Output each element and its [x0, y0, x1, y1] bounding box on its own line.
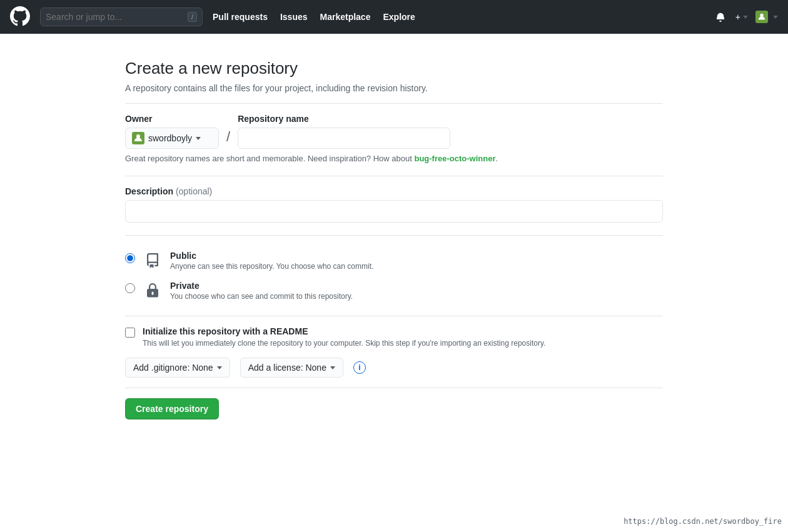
- optional-label: (optional): [176, 186, 212, 196]
- public-label: Public: [170, 251, 373, 261]
- license-chevron: [330, 366, 335, 369]
- public-content: Public Anyone can see this repository. Y…: [170, 251, 373, 271]
- description-group: Description (optional): [125, 186, 663, 223]
- private-desc: You choose who can see and commit to thi…: [170, 292, 353, 301]
- page-subtitle: A repository contains all the files for …: [125, 83, 663, 93]
- gitignore-label: Add .gitignore: None: [133, 363, 213, 373]
- search-input[interactable]: [46, 12, 183, 22]
- private-label: Private: [170, 281, 353, 291]
- navbar-actions: +: [713, 9, 778, 24]
- owner-repo-row: Owner swordboyly / Repository name: [125, 114, 663, 149]
- readme-checkbox[interactable]: [125, 328, 135, 338]
- description-divider: [125, 176, 663, 176]
- visibility-section: Public Anyone can see this repository. Y…: [125, 251, 663, 301]
- bottom-divider: [125, 388, 663, 388]
- repo-name-group: Repository name: [238, 114, 450, 149]
- inspiration-link[interactable]: bug-free-octo-winner: [414, 154, 495, 163]
- visibility-divider: [125, 235, 663, 236]
- avatar[interactable]: [755, 11, 768, 23]
- inspiration-text: Great repository names are short and mem…: [125, 154, 663, 163]
- license-label: Add a license: None: [248, 363, 326, 373]
- nav-marketplace[interactable]: Marketplace: [320, 12, 371, 22]
- repo-name-input[interactable]: [238, 128, 450, 149]
- plus-chevron: [743, 16, 748, 19]
- owner-label: Owner: [125, 114, 219, 124]
- dropdown-row: Add .gitignore: None Add a license: None…: [125, 358, 663, 378]
- readme-label: Initialize this repository with a README: [143, 326, 545, 336]
- slash-divider: /: [224, 129, 233, 149]
- page-title: Create a new repository: [125, 59, 663, 78]
- create-repository-button[interactable]: Create repository: [125, 398, 219, 419]
- private-content: Private You choose who can see and commi…: [170, 281, 353, 301]
- private-icon: [143, 281, 163, 301]
- owner-select[interactable]: swordboyly: [125, 128, 219, 149]
- main-content: Create a new repository A repository con…: [113, 59, 675, 419]
- gitignore-dropdown[interactable]: Add .gitignore: None: [125, 358, 230, 378]
- description-label: Description (optional): [125, 186, 663, 196]
- top-divider: [125, 103, 663, 104]
- github-logo[interactable]: [10, 6, 30, 28]
- owner-avatar-icon: [132, 132, 144, 144]
- public-radio[interactable]: [125, 253, 135, 263]
- private-option: Private You choose who can see and commi…: [125, 281, 663, 301]
- search-kbd: /: [188, 12, 197, 22]
- info-icon[interactable]: i: [353, 361, 366, 374]
- nav-pull-requests[interactable]: Pull requests: [213, 12, 268, 22]
- public-option: Public Anyone can see this repository. Y…: [125, 251, 663, 271]
- owner-name: swordboyly: [148, 133, 192, 143]
- repo-name-label: Repository name: [238, 114, 450, 124]
- nav-links: Pull requests Issues Marketplace Explore: [213, 12, 703, 22]
- gitignore-chevron: [217, 366, 222, 369]
- readme-section: Initialize this repository with a README…: [125, 326, 663, 348]
- private-radio[interactable]: [125, 283, 135, 293]
- avatar-chevron: [773, 16, 778, 19]
- owner-group: Owner swordboyly: [125, 114, 219, 149]
- description-input[interactable]: [125, 200, 663, 223]
- notifications-button[interactable]: [713, 9, 728, 24]
- navbar: / Pull requests Issues Marketplace Explo…: [0, 0, 788, 34]
- public-desc: Anyone can see this repository. You choo…: [170, 262, 373, 271]
- readme-divider: [125, 316, 663, 316]
- search-box[interactable]: /: [40, 8, 203, 26]
- readme-option: Initialize this repository with a README…: [125, 326, 663, 348]
- nav-explore[interactable]: Explore: [383, 12, 415, 22]
- license-dropdown[interactable]: Add a license: None: [240, 358, 343, 378]
- plus-button[interactable]: +: [733, 9, 750, 24]
- nav-issues[interactable]: Issues: [280, 12, 308, 22]
- readme-desc: This will let you immediately clone the …: [143, 339, 545, 348]
- public-icon: [143, 251, 163, 271]
- plus-label: +: [735, 12, 740, 22]
- owner-chevron: [196, 137, 201, 140]
- readme-content: Initialize this repository with a README…: [143, 326, 545, 348]
